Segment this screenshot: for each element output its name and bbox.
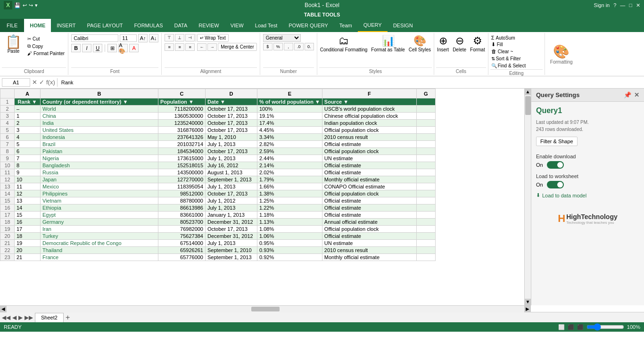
panel-pin-icon[interactable]: 📌	[624, 91, 631, 98]
tab-view[interactable]: VIEW	[225, 19, 249, 32]
indent-decrease-button[interactable]: ←	[197, 43, 206, 51]
scroll-down-button[interactable]: ▼	[525, 299, 531, 305]
h-scroll-thumb[interactable]	[251, 307, 280, 311]
format-button[interactable]: ⚙ Format	[469, 34, 486, 53]
cancel-formula-icon[interactable]: ✕	[32, 79, 37, 86]
col-header-b[interactable]: B	[41, 89, 158, 98]
col-header-d[interactable]: D	[206, 89, 257, 98]
tab-formulas[interactable]: FORMULAS	[128, 19, 168, 32]
paste-button[interactable]: 📋 Paste	[2, 34, 25, 55]
insert-function-icon[interactable]: f(x)	[46, 79, 55, 86]
col-header-a[interactable]: A	[15, 89, 41, 98]
decrease-font-button[interactable]: A↓	[149, 34, 158, 42]
tab-page-layout[interactable]: PAGE LAYOUT	[81, 19, 128, 32]
font-name-input[interactable]	[71, 34, 118, 42]
copy-button[interactable]: ⧉ Copy	[26, 43, 66, 49]
merge-center-button[interactable]: Merge & Center	[218, 43, 257, 51]
scroll-left-button[interactable]: ◀	[0, 306, 7, 312]
increase-font-button[interactable]: A↑	[138, 34, 148, 42]
header-date[interactable]: Date ▼	[206, 98, 257, 106]
add-sheet-button[interactable]: +	[66, 313, 70, 322]
scroll-right-button[interactable]: ▶	[524, 306, 531, 312]
quick-access-redo[interactable]: ↪	[29, 2, 33, 8]
align-middle-button[interactable]: ⊥	[175, 34, 184, 41]
quick-access-save[interactable]: 💾	[14, 2, 21, 8]
align-center-button[interactable]: ≡	[175, 43, 184, 51]
col-header-g[interactable]: G	[416, 89, 435, 98]
cut-button[interactable]: ✂ Cut	[26, 36, 66, 42]
format-as-table-button[interactable]: 📊 Format as Table	[370, 34, 406, 53]
sheet-nav-left[interactable]: ◀◀	[2, 314, 10, 321]
header-rank[interactable]: Rank ▼	[15, 98, 41, 106]
sort-filter-button[interactable]: ⇅ Sort & Filter	[491, 56, 521, 61]
delete-button[interactable]: ⊖ Delete	[452, 34, 467, 53]
wrap-text-button[interactable]: ↵ Wrap Text	[197, 34, 229, 42]
load-worksheet-toggle[interactable]	[547, 181, 564, 188]
cell-styles-button[interactable]: 🎨 Cell Styles	[408, 34, 432, 53]
clear-button[interactable]: 🗑 Clear ~	[491, 49, 542, 54]
view-normal-icon[interactable]: ⬜	[558, 324, 565, 330]
fill-button[interactable]: ⬇ Fill	[491, 41, 542, 48]
autosum-button[interactable]: Σ AutoSum	[491, 35, 542, 41]
comma-button[interactable]: ,	[284, 43, 293, 50]
indent-increase-button[interactable]: →	[207, 43, 217, 51]
spreadsheet[interactable]: A B C D E F G 1 Rank ▼	[0, 89, 524, 305]
panel-close-icon[interactable]: ✕	[634, 91, 639, 98]
tab-review[interactable]: REVIEW	[193, 19, 224, 32]
confirm-formula-icon[interactable]: ✓	[39, 79, 44, 86]
align-left-button[interactable]: ≡	[165, 43, 174, 51]
tab-team[interactable]: Team	[334, 19, 358, 32]
sheet-nav-prev[interactable]: ◀	[12, 314, 17, 321]
vertical-scrollbar[interactable]: ▲ ▼	[524, 89, 531, 305]
percent-button[interactable]: %	[273, 43, 283, 50]
align-bottom-button[interactable]: ⊣	[185, 34, 195, 41]
col-header-f[interactable]: F	[322, 89, 416, 98]
number-format-select[interactable]: General	[263, 34, 301, 42]
filter-shape-button[interactable]: Filter & Shape	[536, 137, 578, 146]
sheet-tab-sheet2[interactable]: Sheet2	[35, 313, 64, 322]
bold-button[interactable]: B	[71, 44, 81, 52]
tab-design[interactable]: DESIGN	[388, 19, 419, 32]
sheet-nav-next[interactable]: ▶	[18, 314, 23, 321]
tab-insert[interactable]: INSERT	[51, 19, 81, 32]
load-data-model-link[interactable]: ⬇ Load to data model	[536, 192, 639, 198]
tab-data[interactable]: DATA	[169, 19, 193, 32]
header-population[interactable]: Population ▼	[158, 98, 206, 106]
col-header-c[interactable]: C	[158, 89, 206, 98]
view-layout-icon[interactable]: ⬛	[568, 324, 574, 330]
tab-file[interactable]: FILE	[0, 19, 24, 32]
insert-button[interactable]: ⊕ Insert	[436, 34, 450, 53]
header-pct[interactable]: % of world population ▼	[257, 98, 322, 106]
increase-decimal-button[interactable]: 0.	[305, 43, 314, 50]
col-header-e[interactable]: E	[257, 89, 322, 98]
tab-query[interactable]: QUERY	[358, 19, 388, 32]
minimize-icon[interactable]: —	[620, 2, 625, 8]
italic-button[interactable]: I	[82, 44, 91, 52]
tab-power-query[interactable]: POWER QUERY	[283, 19, 334, 32]
tab-load-test[interactable]: Load Test	[249, 19, 283, 32]
maximize-icon[interactable]: □	[629, 2, 632, 8]
align-right-button[interactable]: ≡	[185, 43, 195, 51]
quick-access-undo[interactable]: ↩	[23, 2, 27, 8]
font-color-button[interactable]: A	[129, 44, 139, 52]
header-country[interactable]: Country (or dependent territory) ▼	[41, 98, 158, 106]
zoom-slider[interactable]	[586, 323, 624, 331]
fill-color-button[interactable]: A🎨	[118, 44, 128, 52]
view-page-break-icon[interactable]: ⬛	[577, 324, 584, 330]
cell-reference-box[interactable]	[2, 78, 30, 87]
customize-quick-access[interactable]: ▾	[35, 2, 38, 8]
help-icon[interactable]: ?	[613, 2, 616, 8]
sign-in-link[interactable]: Sign in	[594, 2, 610, 8]
decrease-decimal-button[interactable]: .0	[294, 43, 304, 50]
font-size-input[interactable]	[120, 34, 137, 42]
find-select-button[interactable]: 🔍 Find & Select	[491, 63, 526, 68]
close-icon[interactable]: ✕	[636, 2, 640, 8]
conditional-formatting-button[interactable]: 🗂 Conditional Formatting	[319, 34, 369, 53]
border-button[interactable]: ⊞	[107, 44, 117, 52]
header-source[interactable]: Source ▼	[322, 98, 416, 106]
tab-home[interactable]: HOME	[24, 19, 51, 32]
scroll-thumb[interactable]	[525, 96, 531, 115]
formula-input[interactable]	[59, 79, 642, 86]
align-top-button[interactable]: ⊤	[165, 34, 174, 41]
enable-download-toggle[interactable]	[547, 161, 564, 169]
